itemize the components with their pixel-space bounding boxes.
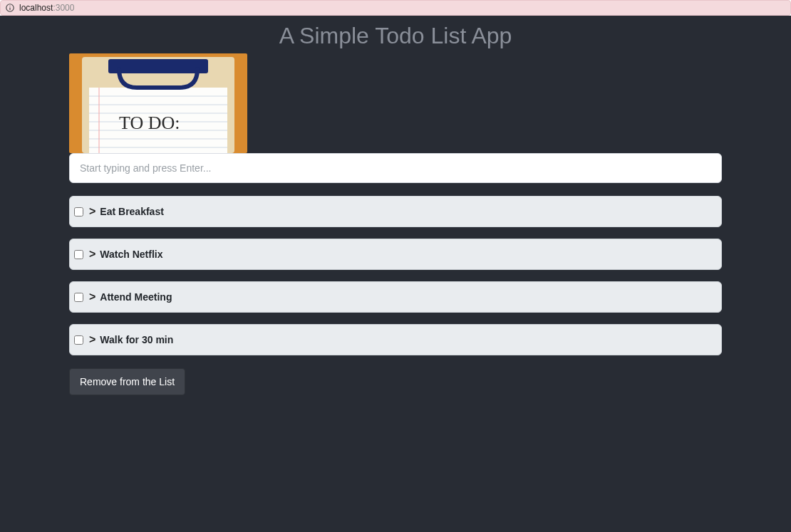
todo-list: >Eat Breakfast>Watch Netflix>Attend Meet… xyxy=(69,196,722,355)
todo-label: Watch Netflix xyxy=(100,249,162,260)
clipboard-text: TO DO: xyxy=(119,113,180,133)
browser-address-bar[interactable]: localhost:3000 xyxy=(0,0,791,16)
svg-rect-14 xyxy=(108,59,208,73)
list-item: >Eat Breakfast xyxy=(69,196,722,227)
chevron-right-icon: > xyxy=(89,291,95,303)
page-title: A Simple Todo List App xyxy=(0,16,791,49)
todo-clipboard-image: TO DO: xyxy=(69,53,247,153)
todo-label: Eat Breakfast xyxy=(100,206,164,217)
browser-url-port: :3000 xyxy=(53,3,74,13)
todo-checkbox[interactable] xyxy=(74,335,83,345)
chevron-right-icon: > xyxy=(89,333,95,346)
list-item: >Attend Meeting xyxy=(69,281,722,313)
new-todo-input[interactable] xyxy=(69,153,722,183)
info-icon xyxy=(5,3,15,13)
svg-point-2 xyxy=(9,6,10,6)
app-root: A Simple Todo List App xyxy=(0,16,791,532)
new-todo-row xyxy=(69,153,722,183)
chevron-right-icon: > xyxy=(89,205,95,218)
list-item: >Walk for 30 min xyxy=(69,324,722,355)
todo-checkbox[interactable] xyxy=(74,293,83,302)
todo-label: Attend Meeting xyxy=(100,291,172,303)
todo-checkbox[interactable] xyxy=(74,207,83,217)
list-item: >Watch Netflix xyxy=(69,239,722,270)
content-container: TO DO: >Eat Breakfast>Watch Netflix>Atte… xyxy=(69,53,722,395)
browser-url: localhost:3000 xyxy=(19,3,74,13)
remove-button[interactable]: Remove from the List xyxy=(69,368,185,395)
todo-label: Walk for 30 min xyxy=(100,334,173,345)
browser-url-host: localhost xyxy=(19,3,53,13)
todo-checkbox[interactable] xyxy=(74,250,83,259)
chevron-right-icon: > xyxy=(89,248,95,261)
